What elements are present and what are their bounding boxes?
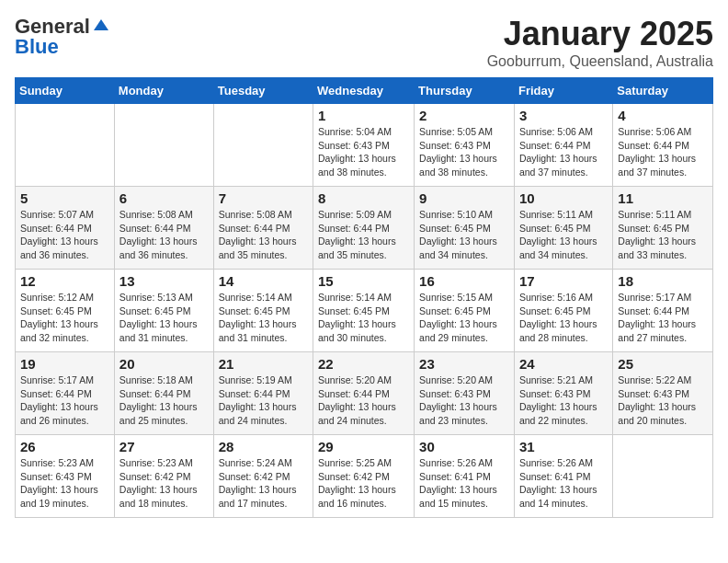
day-cell: 31Sunrise: 5:26 AM Sunset: 6:41 PM Dayli… bbox=[514, 435, 612, 518]
day-cell: 10Sunrise: 5:11 AM Sunset: 6:45 PM Dayli… bbox=[514, 187, 612, 270]
day-info: Sunrise: 5:14 AM Sunset: 6:45 PM Dayligh… bbox=[219, 291, 308, 345]
day-cell: 30Sunrise: 5:26 AM Sunset: 6:41 PM Dayli… bbox=[415, 435, 515, 518]
weekday-header-friday: Friday bbox=[514, 78, 612, 104]
day-info: Sunrise: 5:06 AM Sunset: 6:44 PM Dayligh… bbox=[618, 125, 708, 179]
day-number: 1 bbox=[318, 108, 409, 123]
day-cell: 13Sunrise: 5:13 AM Sunset: 6:45 PM Dayli… bbox=[114, 270, 213, 352]
day-cell: 11Sunrise: 5:11 AM Sunset: 6:45 PM Dayli… bbox=[613, 187, 713, 270]
day-cell: 15Sunrise: 5:14 AM Sunset: 6:45 PM Dayli… bbox=[313, 270, 415, 352]
day-info: Sunrise: 5:23 AM Sunset: 6:42 PM Dayligh… bbox=[119, 456, 209, 511]
day-number: 25 bbox=[618, 356, 708, 372]
day-info: Sunrise: 5:21 AM Sunset: 6:43 PM Dayligh… bbox=[519, 373, 608, 428]
calendar-table: SundayMondayTuesdayWednesdayThursdayFrid… bbox=[15, 77, 713, 518]
day-info: Sunrise: 5:19 AM Sunset: 6:44 PM Dayligh… bbox=[219, 373, 308, 428]
day-info: Sunrise: 5:18 AM Sunset: 6:44 PM Dayligh… bbox=[119, 373, 209, 428]
day-number: 31 bbox=[519, 439, 608, 454]
day-number: 27 bbox=[119, 439, 209, 454]
day-info: Sunrise: 5:20 AM Sunset: 6:44 PM Dayligh… bbox=[318, 373, 409, 428]
day-number: 20 bbox=[119, 356, 209, 372]
day-cell: 17Sunrise: 5:16 AM Sunset: 6:45 PM Dayli… bbox=[514, 270, 612, 352]
day-number: 22 bbox=[318, 356, 409, 372]
day-number: 30 bbox=[419, 439, 509, 454]
day-info: Sunrise: 5:11 AM Sunset: 6:45 PM Dayligh… bbox=[519, 208, 608, 262]
day-number: 12 bbox=[20, 273, 109, 289]
header-area: General Blue January 2025 Gooburrum, Que… bbox=[15, 15, 713, 70]
day-info: Sunrise: 5:12 AM Sunset: 6:45 PM Dayligh… bbox=[20, 291, 109, 345]
day-cell bbox=[213, 104, 313, 187]
day-number: 10 bbox=[519, 190, 608, 206]
day-cell: 8Sunrise: 5:09 AM Sunset: 6:44 PM Daylig… bbox=[313, 187, 415, 270]
day-info: Sunrise: 5:08 AM Sunset: 6:44 PM Dayligh… bbox=[119, 208, 209, 262]
logo-blue-text: Blue bbox=[15, 35, 59, 59]
day-number: 28 bbox=[219, 439, 308, 454]
day-info: Sunrise: 5:05 AM Sunset: 6:43 PM Dayligh… bbox=[419, 125, 509, 179]
week-row-5: 26Sunrise: 5:23 AM Sunset: 6:43 PM Dayli… bbox=[16, 435, 713, 518]
weekday-header-thursday: Thursday bbox=[415, 78, 515, 104]
day-info: Sunrise: 5:17 AM Sunset: 6:44 PM Dayligh… bbox=[20, 373, 109, 428]
day-number: 18 bbox=[618, 273, 708, 289]
day-cell bbox=[16, 104, 115, 187]
day-cell: 29Sunrise: 5:25 AM Sunset: 6:42 PM Dayli… bbox=[313, 435, 415, 518]
day-number: 26 bbox=[20, 439, 109, 454]
day-number: 17 bbox=[519, 273, 608, 289]
day-number: 16 bbox=[419, 273, 509, 289]
day-info: Sunrise: 5:26 AM Sunset: 6:41 PM Dayligh… bbox=[419, 456, 509, 511]
week-row-1: 1Sunrise: 5:04 AM Sunset: 6:43 PM Daylig… bbox=[16, 104, 713, 187]
day-cell: 26Sunrise: 5:23 AM Sunset: 6:43 PM Dayli… bbox=[16, 435, 115, 518]
day-info: Sunrise: 5:11 AM Sunset: 6:45 PM Dayligh… bbox=[618, 208, 708, 262]
day-cell: 9Sunrise: 5:10 AM Sunset: 6:45 PM Daylig… bbox=[415, 187, 515, 270]
day-number: 2 bbox=[419, 108, 509, 123]
day-cell: 3Sunrise: 5:06 AM Sunset: 6:44 PM Daylig… bbox=[514, 104, 612, 187]
day-info: Sunrise: 5:26 AM Sunset: 6:41 PM Dayligh… bbox=[519, 456, 608, 511]
day-cell: 22Sunrise: 5:20 AM Sunset: 6:44 PM Dayli… bbox=[313, 352, 415, 435]
day-cell: 4Sunrise: 5:06 AM Sunset: 6:44 PM Daylig… bbox=[613, 104, 713, 187]
day-info: Sunrise: 5:15 AM Sunset: 6:45 PM Dayligh… bbox=[419, 291, 509, 345]
week-row-3: 12Sunrise: 5:12 AM Sunset: 6:45 PM Dayli… bbox=[16, 270, 713, 352]
day-cell: 23Sunrise: 5:20 AM Sunset: 6:43 PM Dayli… bbox=[415, 352, 515, 435]
weekday-header-sunday: Sunday bbox=[16, 78, 115, 104]
day-cell: 16Sunrise: 5:15 AM Sunset: 6:45 PM Dayli… bbox=[415, 270, 515, 352]
day-number: 24 bbox=[519, 356, 608, 372]
day-number: 5 bbox=[20, 190, 109, 206]
day-info: Sunrise: 5:04 AM Sunset: 6:43 PM Dayligh… bbox=[318, 125, 409, 179]
day-number: 21 bbox=[219, 356, 308, 372]
day-cell: 24Sunrise: 5:21 AM Sunset: 6:43 PM Dayli… bbox=[514, 352, 612, 435]
day-number: 4 bbox=[618, 108, 708, 123]
logo: General Blue bbox=[15, 15, 112, 59]
day-info: Sunrise: 5:07 AM Sunset: 6:44 PM Dayligh… bbox=[20, 208, 109, 262]
location-title: Gooburrum, Queensland, Australia bbox=[487, 53, 713, 70]
day-number: 23 bbox=[419, 356, 509, 372]
day-number: 15 bbox=[318, 273, 409, 289]
day-info: Sunrise: 5:24 AM Sunset: 6:42 PM Dayligh… bbox=[219, 456, 308, 511]
day-cell: 6Sunrise: 5:08 AM Sunset: 6:44 PM Daylig… bbox=[114, 187, 213, 270]
day-info: Sunrise: 5:09 AM Sunset: 6:44 PM Dayligh… bbox=[318, 208, 409, 262]
day-number: 11 bbox=[618, 190, 708, 206]
day-cell: 28Sunrise: 5:24 AM Sunset: 6:42 PM Dayli… bbox=[213, 435, 313, 518]
day-number: 29 bbox=[318, 439, 409, 454]
day-number: 6 bbox=[119, 190, 209, 206]
day-cell: 7Sunrise: 5:08 AM Sunset: 6:44 PM Daylig… bbox=[213, 187, 313, 270]
day-info: Sunrise: 5:22 AM Sunset: 6:43 PM Dayligh… bbox=[618, 373, 708, 428]
day-cell bbox=[613, 435, 713, 518]
day-info: Sunrise: 5:08 AM Sunset: 6:44 PM Dayligh… bbox=[219, 208, 308, 262]
day-cell: 18Sunrise: 5:17 AM Sunset: 6:44 PM Dayli… bbox=[613, 270, 713, 352]
day-info: Sunrise: 5:16 AM Sunset: 6:45 PM Dayligh… bbox=[519, 291, 608, 345]
svg-marker-0 bbox=[94, 19, 108, 30]
weekday-header-monday: Monday bbox=[114, 78, 213, 104]
title-area: January 2025 Gooburrum, Queensland, Aust… bbox=[487, 15, 713, 70]
day-cell: 5Sunrise: 5:07 AM Sunset: 6:44 PM Daylig… bbox=[16, 187, 115, 270]
day-info: Sunrise: 5:13 AM Sunset: 6:45 PM Dayligh… bbox=[119, 291, 209, 345]
week-row-4: 19Sunrise: 5:17 AM Sunset: 6:44 PM Dayli… bbox=[16, 352, 713, 435]
logo-icon bbox=[92, 17, 110, 36]
day-number: 14 bbox=[219, 273, 308, 289]
weekday-header-row: SundayMondayTuesdayWednesdayThursdayFrid… bbox=[16, 78, 713, 104]
day-number: 9 bbox=[419, 190, 509, 206]
day-cell: 25Sunrise: 5:22 AM Sunset: 6:43 PM Dayli… bbox=[613, 352, 713, 435]
day-cell: 1Sunrise: 5:04 AM Sunset: 6:43 PM Daylig… bbox=[313, 104, 415, 187]
day-info: Sunrise: 5:06 AM Sunset: 6:44 PM Dayligh… bbox=[519, 125, 608, 179]
day-number: 13 bbox=[119, 273, 209, 289]
weekday-header-tuesday: Tuesday bbox=[213, 78, 313, 104]
day-info: Sunrise: 5:14 AM Sunset: 6:45 PM Dayligh… bbox=[318, 291, 409, 345]
weekday-header-wednesday: Wednesday bbox=[313, 78, 415, 104]
day-cell: 27Sunrise: 5:23 AM Sunset: 6:42 PM Dayli… bbox=[114, 435, 213, 518]
